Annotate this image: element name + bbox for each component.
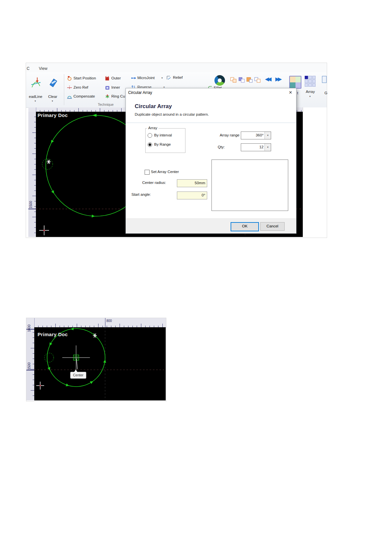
inner-button[interactable]: Inner: [105, 85, 128, 90]
screenshot-2: 800 1600 1500: [26, 318, 166, 401]
qty-value: 12: [259, 145, 264, 149]
dialog-subtitle: Duplicate object around in a circular pa…: [135, 112, 209, 116]
center-selection: [62, 345, 90, 370]
nest-icon[interactable]: [289, 76, 301, 89]
qty-dropdown-icon[interactable]: ▾: [265, 144, 271, 151]
array-label: Array: [303, 90, 317, 94]
start-angle-field[interactable]: 0°: [177, 191, 207, 199]
vertical-ruler[interactable]: [28, 112, 36, 237]
ruler-label-1500-2: 1500: [27, 358, 31, 370]
radio-by-interval[interactable]: [148, 133, 152, 138]
document-page: C View eadLine ▾: [0, 0, 392, 555]
ribbon-separator: [64, 74, 64, 105]
order-backward-icon[interactable]: [246, 77, 253, 83]
ruler-major-tick: [28, 209, 36, 209]
microjoint-button[interactable]: MicroJoint ▾: [131, 75, 164, 81]
array-preview-box: [211, 160, 288, 211]
doc-title: Primary Doc: [38, 112, 68, 118]
ring-cut-label: Ring Cu: [111, 94, 125, 98]
radio-by-range[interactable]: [148, 142, 152, 147]
array-range-label: Array range: [218, 133, 239, 137]
origin-crosshair-2: [36, 382, 44, 390]
clear-caret-icon[interactable]: ▾: [52, 100, 53, 102]
dialog-title: Circular Array: [128, 90, 152, 95]
order-back-icon[interactable]: [254, 77, 261, 83]
qty-combo[interactable]: 12 ▾: [241, 143, 271, 151]
array-caret-icon[interactable]: ▾: [309, 95, 311, 98]
leadline-label: eadLine: [26, 95, 45, 99]
right-panel: [303, 107, 327, 237]
relief-button[interactable]: Relief: [167, 75, 190, 80]
step-back-icon[interactable]: ◀◀: [265, 76, 270, 82]
radio-by-range-label[interactable]: By Range: [154, 142, 171, 146]
center-radius-field[interactable]: 50mm: [177, 179, 207, 187]
start-angle-value: 0°: [202, 193, 205, 197]
dialog-titlebar[interactable]: Circular Array ✕: [126, 88, 296, 97]
order-front-icon[interactable]: [230, 77, 237, 83]
zero-ref-icon: [67, 85, 72, 90]
leadline-caret-icon[interactable]: ▾: [35, 100, 36, 102]
ruler-label-800: 800: [106, 319, 112, 323]
tab-partial[interactable]: C: [27, 66, 30, 71]
refresh-icon[interactable]: [214, 75, 225, 86]
ruler-major-tick-1500: [26, 370, 34, 370]
ruler-corner: [28, 107, 36, 112]
step-forward-icon[interactable]: ▶▶: [275, 76, 280, 82]
zero-ref-label: Zero Ref: [73, 85, 88, 89]
origin-crosshair: [39, 225, 49, 235]
compensate-button[interactable]: Compensate: [67, 94, 103, 99]
microjoint-icon: [131, 76, 136, 80]
inner-label: Inner: [111, 85, 120, 89]
tab-view[interactable]: View: [39, 66, 47, 71]
array-tool-button[interactable]: Array ▾: [305, 76, 316, 102]
dialog-heading: Circular Array: [135, 103, 172, 110]
outer-button[interactable]: Outer: [105, 76, 128, 81]
start-position-button[interactable]: Start Position: [67, 76, 103, 81]
drawing-canvas-2[interactable]: [34, 327, 166, 400]
set-array-center-checkbox[interactable]: [145, 170, 150, 175]
close-icon[interactable]: ✕: [288, 90, 294, 96]
array-grid-icon: [305, 76, 316, 87]
start-position-icon: [67, 76, 72, 81]
array-range-dropdown-icon[interactable]: ▾: [265, 132, 271, 139]
clear-eraser-icon: [48, 77, 58, 88]
leadline-button[interactable]: eadLine ▾: [27, 75, 44, 105]
leadline-icon: [31, 77, 41, 89]
ring-cut-icon: [105, 94, 110, 99]
technique-group-label: Technique: [98, 102, 114, 106]
circular-array-dialog: Circular Array ✕ Circular Array Duplicat…: [126, 88, 296, 234]
start-selection-circle: [42, 159, 53, 169]
qty-label: Qty:: [218, 145, 225, 149]
left-selection-circle: [44, 353, 54, 362]
set-array-center-label[interactable]: Set Array Center: [151, 170, 179, 174]
cancel-button[interactable]: Cancel: [260, 222, 285, 231]
radio-by-interval-label[interactable]: By interval: [154, 133, 172, 137]
direction-arrow: [92, 114, 97, 117]
menu-tab-row: C View: [26, 63, 327, 73]
array-range-combo[interactable]: 360° ▾: [241, 131, 271, 139]
group-tool-icon[interactable]: [322, 76, 327, 83]
start-angle-label: Start angle:: [131, 192, 151, 196]
relief-icon: [167, 75, 171, 80]
outer-label: Outer: [111, 76, 121, 80]
center-tooltip: Center: [70, 372, 86, 379]
microjoint-label: MicroJoint: [137, 76, 154, 80]
ruler-label-1500: 1500: [29, 196, 33, 208]
ok-button[interactable]: OK: [231, 222, 259, 231]
group-label-partial: G: [324, 91, 327, 95]
array-groupbox-label: Array: [147, 126, 158, 130]
dialog-separator: [126, 123, 296, 123]
start-position-label: Start Position: [73, 76, 96, 80]
clear-button[interactable]: Clear ▾: [45, 75, 60, 105]
start-point-star: [47, 160, 51, 164]
array-groupbox: [145, 128, 185, 153]
order-forward-icon[interactable]: [238, 77, 245, 83]
zero-ref-button[interactable]: Zero Ref: [67, 85, 103, 90]
center-radius-label: Center radius:: [140, 181, 166, 185]
microjoint-caret-icon[interactable]: ▾: [161, 77, 163, 79]
direction-arrow: [71, 328, 74, 330]
center-radius-value: 50mm: [195, 181, 205, 185]
horizontal-ruler-2[interactable]: [34, 318, 166, 328]
dialog-button-strip: OK Cancel: [126, 219, 296, 233]
array-range-value: 360°: [256, 133, 264, 137]
